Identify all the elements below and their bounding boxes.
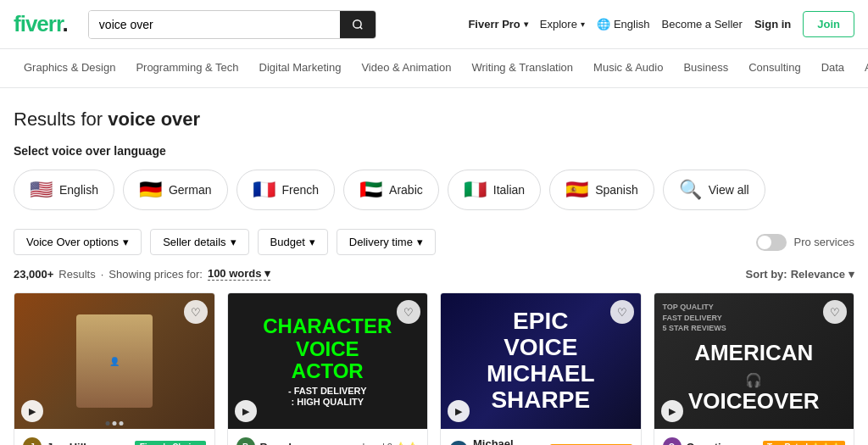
flag-spanish: 🇪🇸 (565, 179, 588, 201)
search-button[interactable] (340, 11, 376, 38)
nav-item-ai-services[interactable]: AI Services (854, 49, 868, 87)
card-2[interactable]: CHARACTERVOICEACTOR - FAST DELIVERY: HIG… (227, 292, 429, 445)
dot-indicator (119, 421, 123, 426)
nav-item-consulting[interactable]: Consulting (738, 49, 810, 87)
lang-pill-english[interactable]: 🇺🇸 English (14, 170, 114, 210)
lang-pill-french[interactable]: 🇫🇷 French (236, 170, 336, 210)
main-content: Results for voice over Select voice over… (0, 88, 868, 445)
results-label: Results (58, 268, 95, 281)
dot-separator: · (101, 268, 104, 281)
language-selector[interactable]: 🌐 English (597, 18, 650, 31)
wishlist-button[interactable]: ♡ (184, 300, 208, 324)
lang-label-french: French (282, 183, 320, 197)
card-4-user: Q Quentin Top Rated ⭐⭐⭐ (663, 437, 846, 445)
nav-item-programming[interactable]: Programming & Tech (125, 49, 248, 87)
toggle-thumb (758, 236, 771, 249)
card4-main-text: AMERICAN🎧VOICEOVER (663, 341, 846, 414)
lang-pill-view-all[interactable]: 🔍 View all (663, 170, 765, 210)
filter-delivery-time[interactable]: Delivery time ▾ (337, 229, 436, 255)
explore-button[interactable]: Explore ▾ (540, 18, 585, 31)
avatar: B (236, 437, 255, 445)
card-4-image: TOP QUALITYFAST DELIVERY5 STAR REVIEWS A… (654, 293, 854, 429)
nav-item-video[interactable]: Video & Animation (351, 49, 461, 87)
chevron-down-icon: ▾ (581, 19, 585, 29)
play-button[interactable]: ▶ (448, 400, 470, 422)
card-1[interactable]: 👤 ♡ ▶ J Jon Hill Fiverr's Choice (14, 292, 215, 445)
language-section-label: Select voice over language (14, 144, 854, 158)
wishlist-button[interactable]: ♡ (610, 300, 634, 324)
filter-seller-details[interactable]: Seller details ▾ (150, 229, 248, 255)
language-pills: 🇺🇸 English 🇩🇪 German 🇫🇷 French 🇦🇪 Arabic… (14, 170, 854, 210)
nav-item-graphics[interactable]: Graphics & Design (14, 49, 125, 87)
lang-label-view-all: View all (709, 183, 749, 197)
card-1-image: 👤 ♡ ▶ (14, 293, 214, 429)
lang-pill-spanish[interactable]: 🇪🇸 Spanish (549, 170, 654, 210)
filter-voice-over-options[interactable]: Voice Over options ▾ (14, 229, 142, 255)
nav-item-music[interactable]: Music & Audio (583, 49, 673, 87)
card3-main-text: EPICVOICEMICHAELSHARPE (487, 309, 595, 413)
card-4-body: Q Quentin Top Rated ⭐⭐⭐ I will record a … (654, 429, 854, 445)
card-2-body: B Brandon Level 2 ⭐⭐ I will record male … (228, 429, 428, 445)
filter-budget[interactable]: Budget ▾ (258, 229, 328, 255)
become-seller-link[interactable]: Become a Seller (662, 18, 743, 31)
seller-name: Jon Hill (47, 441, 130, 446)
badge-level: Level 2 ⭐⭐ (362, 442, 419, 446)
nav: Graphics & Design Programming & Tech Dig… (0, 49, 868, 88)
badge-top-rated: Top Rated ⭐⭐⭐ (763, 441, 845, 446)
lang-pill-german[interactable]: 🇩🇪 German (123, 170, 228, 210)
search-bar: voice over (88, 10, 376, 39)
flag-english: 🇺🇸 (30, 179, 53, 201)
chevron-down-icon: ▾ (231, 236, 236, 248)
wishlist-button[interactable]: ♡ (397, 300, 420, 324)
header: fiverr. voice over Fiverr Pro ▾ Explore … (0, 0, 868, 49)
card-3[interactable]: EPICVOICEMICHAELSHARPE ♡ ▶ M Michael Sha… (440, 292, 642, 445)
avatar: Q (663, 437, 682, 445)
chevron-down-icon[interactable]: ▾ (849, 268, 854, 281)
sign-in-button[interactable]: Sign in (754, 18, 791, 31)
badge-choice: Fiverr's Choice (135, 441, 206, 446)
search-input[interactable]: voice over (89, 11, 340, 38)
lang-label-italian: Italian (493, 183, 525, 197)
seller-name: Brandon (260, 441, 358, 446)
wishlist-button[interactable]: ♡ (823, 300, 847, 324)
nav-item-business[interactable]: Business (673, 49, 738, 87)
nav-item-data[interactable]: Data (811, 49, 854, 87)
fiverr-pro-button[interactable]: Fiverr Pro ▾ (468, 18, 527, 31)
join-button[interactable]: Join (803, 11, 854, 37)
words-dropdown[interactable]: 100 words ▾ (208, 267, 270, 281)
card-1-body: J Jon Hill Fiverr's Choice I will record… (14, 429, 214, 445)
play-button[interactable]: ▶ (21, 400, 43, 422)
search-icon: 🔍 (679, 179, 702, 201)
chevron-down-icon: ▾ (309, 236, 315, 248)
card-4[interactable]: TOP QUALITYFAST DELIVERY5 STAR REVIEWS A… (654, 292, 855, 445)
cards-grid: 👤 ♡ ▶ J Jon Hill Fiverr's Choice (14, 292, 854, 445)
toggle-switch[interactable] (756, 234, 787, 251)
header-right: Fiverr Pro ▾ Explore ▾ 🌐 English Become … (468, 11, 854, 37)
flag-italian: 🇮🇹 (464, 179, 487, 201)
play-button[interactable]: ▶ (661, 400, 683, 422)
card-2-image: CHARACTERVOICEACTOR - FAST DELIVERY: HIG… (228, 293, 428, 429)
nav-item-writing[interactable]: Writing & Translation (461, 49, 583, 87)
chevron-down-icon: ▾ (264, 267, 270, 280)
card-1-user: J Jon Hill Fiverr's Choice (23, 437, 206, 445)
lang-pill-italian[interactable]: 🇮🇹 Italian (448, 170, 541, 210)
flag-french: 🇫🇷 (253, 179, 275, 201)
seller-name: Michael Sharpe (473, 437, 545, 445)
flag-german: 🇩🇪 (139, 179, 162, 201)
avatar: M (449, 441, 468, 445)
showing-prices-label: Showing prices for: (108, 268, 203, 281)
lang-label-german: German (169, 183, 212, 197)
results-bar: 23,000+ Results · Showing prices for: 10… (14, 267, 854, 281)
seller-name: Quentin (687, 441, 759, 446)
sort-section: Sort by: Relevance ▾ (746, 268, 854, 281)
dot-indicator (105, 421, 109, 426)
lang-label-spanish: Spanish (595, 183, 638, 197)
sort-value[interactable]: Relevance (791, 268, 845, 281)
svg-line-1 (360, 26, 363, 29)
lang-pill-arabic[interactable]: 🇦🇪 Arabic (343, 170, 439, 210)
play-button[interactable]: ▶ (235, 400, 257, 422)
sort-label: Sort by: (746, 268, 787, 281)
avatar: J (23, 437, 42, 445)
nav-item-digital-marketing[interactable]: Digital Marketing (249, 49, 352, 87)
svg-point-0 (353, 19, 361, 27)
